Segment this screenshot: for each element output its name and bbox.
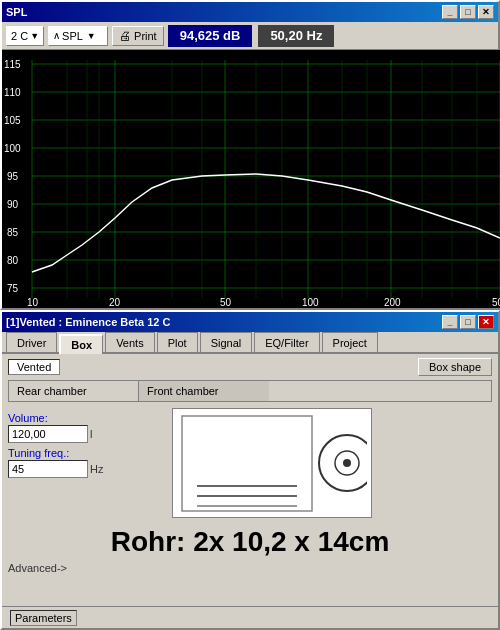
zoom-dropdown[interactable]: 2 C ▼ — [6, 26, 44, 46]
advanced-row: Advanced-> — [8, 562, 492, 574]
svg-text:10: 10 — [27, 297, 39, 308]
zoom-value: 2 C — [11, 30, 28, 42]
svg-rect-0 — [2, 50, 500, 308]
type-label: Vented — [8, 360, 60, 374]
vented-titlebar: [1]Vented : Eminence Beta 12 C _ □ ✕ — [2, 312, 498, 332]
rohr-text: Rohr: 2x 10,2 x 14cm — [8, 526, 492, 558]
svg-text:100: 100 — [4, 143, 21, 154]
tab-project[interactable]: Project — [322, 332, 378, 352]
svg-text:115: 115 — [4, 59, 21, 70]
type-row: Vented Box shape — [8, 358, 492, 376]
chamber-tabs: Rear chamber Front chamber — [8, 380, 492, 402]
svg-text:200: 200 — [384, 297, 401, 308]
volume-label: Volume: — [8, 412, 148, 424]
mode-value: SPL — [62, 30, 83, 42]
spl-chart: 115 110 105 100 95 90 85 80 75 10 20 50 … — [2, 50, 500, 308]
status-label: Parameters — [15, 612, 72, 624]
spl-title: SPL — [6, 6, 27, 18]
svg-text:105: 105 — [4, 115, 21, 126]
vented-close-button[interactable]: ✕ — [478, 315, 494, 329]
main-content: Volume: l Tuning freq.: Hz — [8, 408, 492, 518]
print-label: Print — [134, 30, 157, 42]
box-graphic-area — [172, 408, 372, 518]
status-panel: Parameters — [10, 610, 77, 626]
tuning-input[interactable] — [8, 460, 88, 478]
spl-maximize-button[interactable]: □ — [460, 5, 476, 19]
chart-svg: 115 110 105 100 95 90 85 80 75 10 20 50 … — [2, 50, 500, 308]
volume-unit: l — [90, 428, 92, 440]
tuning-field-row: Hz — [8, 460, 148, 478]
svg-point-46 — [343, 459, 351, 467]
svg-text:95: 95 — [7, 171, 19, 182]
left-panel: Volume: l Tuning freq.: Hz — [8, 408, 148, 518]
tab-vents[interactable]: Vents — [105, 332, 155, 352]
volume-field-row: l — [8, 425, 148, 443]
spl-toolbar: 2 C ▼ ∧ SPL ▼ 🖨 Print 94,625 dB 50,20 Hz — [2, 22, 498, 50]
svg-text:20: 20 — [109, 297, 121, 308]
rear-chamber-tab[interactable]: Rear chamber — [9, 381, 139, 401]
vented-minimize-button[interactable]: _ — [442, 315, 458, 329]
tab-eqfilter[interactable]: EQ/Filter — [254, 332, 319, 352]
box-graphic — [172, 408, 372, 518]
vented-window: [1]Vented : Eminence Beta 12 C _ □ ✕ Dri… — [0, 310, 500, 630]
spl-titlebar: SPL _ □ ✕ — [2, 2, 498, 22]
tab-box[interactable]: Box — [59, 334, 103, 354]
spl-minimize-button[interactable]: _ — [442, 5, 458, 19]
spl-db-display: 94,625 dB — [168, 25, 253, 47]
volume-input[interactable] — [8, 425, 88, 443]
svg-text:50: 50 — [220, 297, 232, 308]
tuning-unit: Hz — [90, 463, 103, 475]
svg-text:500: 500 — [492, 297, 500, 308]
svg-text:75: 75 — [7, 283, 19, 294]
tab-plot[interactable]: Plot — [157, 332, 198, 352]
print-button[interactable]: 🖨 Print — [112, 26, 164, 46]
printer-icon: 🖨 — [119, 29, 131, 43]
vented-maximize-button[interactable]: □ — [460, 315, 476, 329]
spl-mode-dropdown[interactable]: ∧ SPL ▼ — [48, 26, 108, 46]
vented-title: [1]Vented : Eminence Beta 12 C — [6, 316, 170, 328]
spl-hz-display: 50,20 Hz — [258, 25, 334, 47]
svg-text:90: 90 — [7, 199, 19, 210]
tab-driver[interactable]: Driver — [6, 332, 57, 352]
tuning-label: Tuning freq.: — [8, 447, 148, 459]
svg-text:85: 85 — [7, 227, 19, 238]
vented-content-area: Vented Box shape Rear chamber Front cham… — [2, 354, 498, 578]
advanced-button[interactable]: Advanced-> — [8, 562, 67, 574]
svg-text:80: 80 — [7, 255, 19, 266]
status-bar: Parameters — [2, 606, 498, 628]
svg-text:110: 110 — [4, 87, 21, 98]
svg-text:100: 100 — [302, 297, 319, 308]
box-diagram-svg — [177, 411, 367, 516]
tab-bar: Driver Box Vents Plot Signal EQ/Filter P… — [2, 332, 498, 354]
spl-close-button[interactable]: ✕ — [478, 5, 494, 19]
front-chamber-tab[interactable]: Front chamber — [139, 381, 269, 401]
spl-window: SPL _ □ ✕ 2 C ▼ ∧ SPL ▼ 🖨 Print 94,625 d… — [0, 0, 500, 310]
box-shape-button[interactable]: Box shape — [418, 358, 492, 376]
tab-signal[interactable]: Signal — [200, 332, 253, 352]
